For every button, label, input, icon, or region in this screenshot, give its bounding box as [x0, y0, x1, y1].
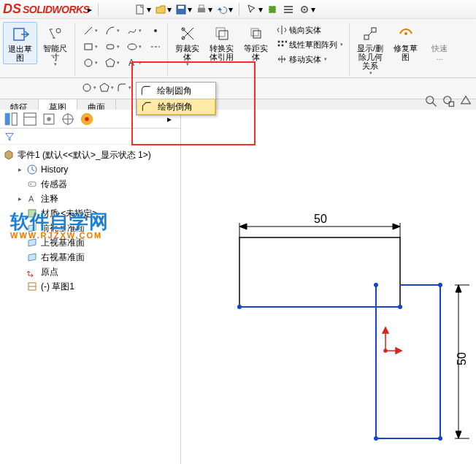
centerline-tool[interactable] [148, 39, 163, 54]
svg-point-41 [444, 96, 451, 104]
options-button[interactable] [280, 1, 296, 18]
svg-point-28 [282, 41, 284, 43]
circle-sub-tool[interactable]: ▾ [80, 80, 96, 96]
caret-icon[interactable]: ▾ [188, 4, 193, 15]
view-orient-icon[interactable] [458, 94, 473, 108]
svg-marker-69 [456, 285, 461, 292]
dim-v-text: 50 [456, 352, 468, 365]
svg-rect-44 [12, 113, 17, 125]
material-label: 材质 <未指定> [41, 208, 97, 220]
svg-rect-5 [269, 6, 276, 13]
move-label: 移动实体 [289, 54, 321, 65]
caret-icon[interactable]: ▾ [258, 4, 264, 15]
save-button[interactable] [173, 1, 189, 18]
offset-label: 等距实体 [244, 44, 268, 61]
svg-rect-32 [364, 35, 369, 39]
new-file-button[interactable] [132, 1, 148, 18]
top-label: 上视基准面 [41, 237, 85, 249]
tree-right-plane[interactable]: 右视基准面 [3, 250, 177, 265]
offset-button[interactable]: 等距实体 [239, 22, 272, 63]
smart-dimension-button[interactable]: 智能尺寸 ▾ [39, 22, 72, 69]
spline-tool[interactable]: ▾ [123, 23, 144, 38]
plane-icon [26, 222, 38, 234]
tree-sensors[interactable]: 传感器 [3, 177, 177, 191]
caret-icon[interactable]: ▾ [167, 4, 173, 15]
select-button[interactable] [244, 1, 260, 18]
arc-tool[interactable]: ▾ [101, 23, 122, 38]
svg-point-77 [237, 305, 242, 309]
circle-tool[interactable]: ▾ [80, 56, 100, 70]
rectangle-tool[interactable]: ▾ [80, 39, 100, 54]
caret-icon[interactable]: ▾ [208, 4, 214, 15]
tree-front-plane[interactable]: 前视基准面 [3, 221, 177, 235]
point-tool[interactable] [148, 23, 163, 38]
mirror-label: 镜向实体 [289, 25, 321, 36]
app-menu-caret[interactable]: ▸ [88, 4, 93, 15]
tree-tab-4[interactable] [60, 111, 76, 127]
convert-button[interactable]: 转换实体引用 [205, 22, 238, 63]
tree-top-plane[interactable]: 上视基准面 [3, 235, 177, 250]
svg-marker-86 [396, 348, 402, 354]
svg-point-11 [304, 8, 306, 10]
trim-button[interactable]: 剪裁实体 ▾ [171, 22, 204, 69]
caret-icon: ▾ [54, 61, 57, 67]
print-button[interactable] [193, 1, 210, 18]
tree-sketch1[interactable]: (-) 草图1 [3, 279, 177, 294]
convert-label: 转换实体引用 [210, 44, 234, 61]
zoom-area-icon[interactable] [441, 94, 456, 108]
tree-root[interactable]: 零件1 (默认<<默认>_显示状态 1>) [3, 148, 177, 162]
svg-rect-43 [5, 113, 10, 125]
undo-button[interactable] [214, 1, 230, 18]
svg-rect-15 [85, 44, 92, 50]
mirror-button[interactable]: 镜向实体 [277, 23, 343, 37]
tree-annotations[interactable]: ▸A 注释 [3, 191, 177, 206]
repair-sketch-button[interactable]: 修复草图 [389, 22, 422, 63]
polygon-sub-tool[interactable]: ▾ [98, 80, 114, 96]
tree-tab-2[interactable] [22, 111, 38, 127]
rebuild-button[interactable] [264, 1, 280, 18]
polygon-tool[interactable]: ▾ [101, 56, 122, 70]
text-tool[interactable]: A▾ [123, 56, 144, 70]
sensors-label: 传感器 [41, 178, 67, 191]
sketch-chamfer-item[interactable]: 绘制倒角 [137, 99, 215, 115]
graphics-area[interactable]: 50 50 [181, 110, 476, 464]
svg-point-29 [285, 41, 288, 43]
svg-point-81 [374, 436, 378, 441]
tree-origin[interactable]: 原点 [3, 265, 177, 279]
feature-tree: 零件1 (默认<<默认>_显示状态 1>) ▸ History 传感器 ▸A 注… [0, 145, 180, 464]
fillet-dropdown-button[interactable]: ▾ [115, 80, 131, 96]
exit-sketch-button[interactable]: 退出草图 [3, 22, 37, 64]
linear-pattern-button[interactable]: 线性草图阵列▾ [277, 38, 343, 51]
tree-history[interactable]: ▸ History [3, 162, 177, 177]
right-label: 右视基准面 [41, 251, 85, 264]
tree-tab-1[interactable] [3, 111, 19, 127]
caret-icon[interactable]: ▾ [147, 4, 153, 15]
tree-tab-3[interactable] [41, 111, 57, 127]
svg-rect-26 [253, 31, 261, 38]
ellipse-tool[interactable]: ▾ [123, 39, 144, 54]
caret-icon[interactable]: ▾ [311, 4, 317, 15]
sketch-fillet-item[interactable]: 绘制圆角 [137, 83, 215, 99]
svg-text:A: A [128, 58, 134, 68]
quick-button[interactable]: 快速... [423, 22, 456, 63]
line-tool[interactable]: ▾ [80, 23, 100, 38]
zoom-fit-icon[interactable] [423, 94, 438, 108]
fillet-label: 绘制圆角 [157, 85, 192, 97]
history-label: History [41, 164, 68, 175]
tree-filter[interactable] [0, 129, 180, 145]
svg-point-39 [426, 96, 434, 104]
slot-tool[interactable]: ▾ [101, 39, 122, 54]
settings-button[interactable] [296, 1, 312, 18]
open-file-button[interactable] [153, 1, 169, 18]
caret-icon[interactable]: ▾ [229, 4, 234, 15]
origin-icon [26, 266, 38, 278]
svg-marker-84 [383, 327, 388, 333]
tree-material[interactable]: 材质 <未指定> [3, 206, 177, 221]
display-relations-button[interactable]: 显示/删除几何关系 ▾ [353, 22, 388, 77]
svg-rect-2 [178, 6, 184, 9]
view-toolbar [423, 94, 473, 108]
svg-point-82 [438, 436, 442, 441]
move-button[interactable]: 移动实体▾ [277, 53, 343, 66]
tree-tab-5[interactable] [79, 111, 95, 127]
quick-label: 快速... [431, 44, 448, 61]
